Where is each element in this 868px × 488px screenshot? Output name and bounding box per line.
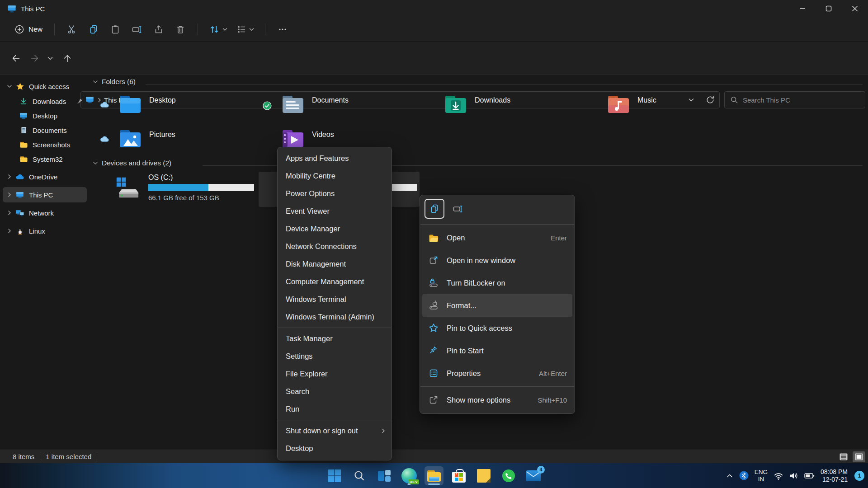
menu-item-event-viewer[interactable]: Event Viewer xyxy=(278,202,392,220)
sidebar-item-documents[interactable]: Documents xyxy=(3,123,87,137)
close-button[interactable] xyxy=(842,0,868,17)
whatsapp-icon xyxy=(501,469,516,483)
folder-tile-pictures[interactable]: Pictures xyxy=(99,127,257,156)
share-button[interactable] xyxy=(148,20,170,38)
details-view-button[interactable] xyxy=(837,451,850,462)
menu-item-windows-terminal-admin[interactable]: Windows Terminal (Admin) xyxy=(278,308,392,326)
copy-button[interactable] xyxy=(83,20,104,38)
sidebar-item-this-pc[interactable]: This PC xyxy=(3,187,87,202)
menu-item-windows-terminal[interactable]: Windows Terminal xyxy=(278,291,392,308)
context-item-format[interactable]: Format... xyxy=(422,294,572,317)
microsoft-store-button[interactable] xyxy=(449,466,468,485)
sidebar-item-linux[interactable]: Linux xyxy=(3,223,87,239)
sidebar-item-quick-access[interactable]: Quick access xyxy=(3,79,87,94)
sidebar-item-onedrive[interactable]: OneDrive xyxy=(3,169,87,184)
drive-capacity-bar xyxy=(148,184,254,191)
menu-item-shut-down-or-sign-out[interactable]: Shut down or sign out xyxy=(278,422,392,440)
menu-item-task-manager[interactable]: Task Manager xyxy=(278,330,392,347)
context-item-properties[interactable]: Properties Alt+Enter xyxy=(422,362,572,385)
copy-button[interactable] xyxy=(425,199,444,219)
context-item-show-more-options[interactable]: Show more options Shift+F10 xyxy=(422,389,572,411)
sidebar-item-network[interactable]: Network xyxy=(3,205,87,221)
sidebar-item-screenshots[interactable]: Screenshots xyxy=(3,137,87,152)
menu-item-power-options[interactable]: Power Options xyxy=(278,185,392,202)
folder-tile-downloads[interactable]: Downloads xyxy=(424,93,582,122)
large-icons-view-button[interactable] xyxy=(853,451,865,462)
sidebar-item-desktop[interactable]: Desktop xyxy=(3,108,87,123)
file-explorer-button[interactable] xyxy=(425,466,443,485)
mail-button[interactable]: 4 xyxy=(524,466,543,485)
winx-menu: Apps and Features Mobility Centre Power … xyxy=(277,147,392,460)
menu-item-computer-management[interactable]: Computer Management xyxy=(278,273,392,291)
battery-icon[interactable] xyxy=(804,472,815,480)
search-box[interactable] xyxy=(724,91,865,108)
folder-tile-documents[interactable]: Documents xyxy=(261,93,420,122)
menu-item-desktop[interactable]: Desktop xyxy=(278,440,392,457)
chevron-down-icon[interactable] xyxy=(5,84,14,88)
menu-item-search[interactable]: Search xyxy=(278,383,392,400)
context-item-turn-bitlocker-on[interactable]: Turn BitLocker on xyxy=(422,272,572,294)
sort-button[interactable] xyxy=(204,21,232,38)
language-indicator[interactable]: ENG IN xyxy=(755,469,768,483)
context-item-open-in-new-window[interactable]: Open in new window xyxy=(422,249,572,272)
pin-outline-icon xyxy=(428,346,439,356)
menu-item-run[interactable]: Run xyxy=(278,400,392,418)
forward-button[interactable] xyxy=(26,50,43,67)
rename-button[interactable] xyxy=(126,20,148,38)
menu-item-settings[interactable]: Settings xyxy=(278,347,392,365)
sticky-notes-button[interactable] xyxy=(474,466,493,485)
new-button[interactable]: New xyxy=(9,22,48,37)
star-outline-icon xyxy=(428,323,439,333)
chevron-right-icon[interactable] xyxy=(5,174,14,179)
speaker-icon[interactable] xyxy=(789,472,798,480)
notification-badge[interactable]: 1 xyxy=(854,471,864,481)
rename-button[interactable] xyxy=(448,199,468,219)
recent-locations-button[interactable] xyxy=(43,50,57,67)
chevron-right-icon[interactable] xyxy=(5,229,14,233)
folder-tile-music[interactable]: Music xyxy=(587,93,745,122)
menu-item-mobility-centre[interactable]: Mobility Centre xyxy=(278,167,392,185)
task-view-button[interactable] xyxy=(375,466,394,485)
devices-section-header[interactable]: Devices and drives (2) xyxy=(93,159,171,167)
context-item-open[interactable]: Open Enter xyxy=(422,226,572,249)
context-item-pin-to-start[interactable]: Pin to Start xyxy=(422,339,572,362)
menu-item-apps-and-features[interactable]: Apps and Features xyxy=(278,150,392,167)
edge-dev-button[interactable]: DEV xyxy=(400,466,419,485)
back-button[interactable] xyxy=(7,50,24,67)
open-new-window-icon xyxy=(428,255,439,265)
wifi-icon[interactable] xyxy=(774,471,783,480)
hidden-icons-chevron[interactable] xyxy=(726,473,733,479)
cut-button[interactable] xyxy=(61,20,83,38)
more-options-button[interactable] xyxy=(272,20,293,38)
folders-section-header[interactable]: Folders (6) xyxy=(93,78,136,86)
search-input[interactable] xyxy=(743,96,859,104)
menu-item-disk-management[interactable]: Disk Management xyxy=(278,255,392,273)
chevron-right-icon[interactable] xyxy=(5,211,14,215)
start-button[interactable] xyxy=(325,466,344,485)
paste-button[interactable] xyxy=(104,20,126,38)
this-pc-icon xyxy=(14,191,25,199)
context-item-pin-to-quick-access[interactable]: Pin to Quick access xyxy=(422,317,572,339)
drive-tile-os-c[interactable]: OS (C:) 66.1 GB free of 153 GB xyxy=(113,173,254,206)
maximize-button[interactable] xyxy=(816,0,842,17)
minimize-button[interactable] xyxy=(789,0,816,17)
chevron-down-icon xyxy=(93,161,98,165)
folder-icon xyxy=(18,155,29,163)
up-button[interactable] xyxy=(59,50,76,67)
menu-item-device-manager[interactable]: Device Manager xyxy=(278,220,392,238)
delete-button[interactable] xyxy=(170,20,191,38)
sidebar-item-downloads[interactable]: Downloads xyxy=(3,94,87,108)
edge-icon: DEV xyxy=(401,468,417,483)
menu-item-file-explorer[interactable]: File Explorer xyxy=(278,365,392,383)
chevron-down-icon xyxy=(249,28,254,31)
view-button[interactable] xyxy=(232,21,259,38)
sidebar-item-system32[interactable]: System32 xyxy=(3,152,87,166)
menu-item-network-connections[interactable]: Network Connections xyxy=(278,238,392,255)
copy-icon xyxy=(89,24,99,34)
whatsapp-button[interactable] xyxy=(499,466,518,485)
taskbar-search-button[interactable] xyxy=(350,466,369,485)
bluetooth-icon[interactable] xyxy=(739,471,749,480)
chevron-right-icon[interactable] xyxy=(5,192,14,197)
folder-tile-desktop[interactable]: Desktop xyxy=(99,93,257,122)
clock[interactable]: 08:08 PM 12-07-21 xyxy=(821,468,848,483)
